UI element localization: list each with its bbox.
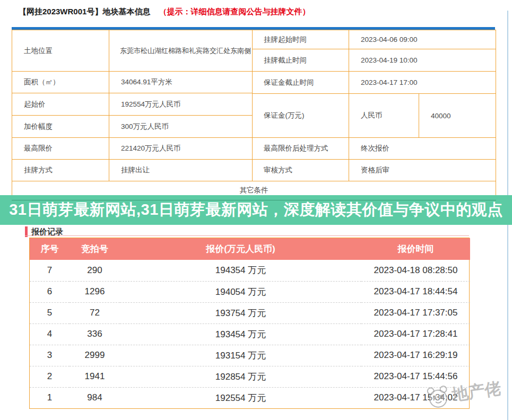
land-value-cell: 挂牌出让 bbox=[109, 160, 253, 181]
bid-row: 7 290 194354 万元 2023-04-18 08:28:50 bbox=[30, 260, 470, 281]
land-info-table-left: 土地位置 东莞市松山湖红棉路和礼宾路交汇处东南侧 面积（㎡） 34064.91平… bbox=[12, 30, 252, 181]
parcel-title: 【网挂2023WR001号】地块基本信息 bbox=[19, 7, 150, 16]
land-info-table-right: 挂牌起始时间 2023-04-06 09:00 挂牌截止时间 2023-04-1… bbox=[252, 30, 496, 181]
bid-time: 2023-04-17 17:37:05 bbox=[361, 302, 470, 323]
bid-price: 194354 万元 bbox=[120, 260, 361, 281]
land-value-cell: 2023-04-19 10:00 bbox=[349, 49, 496, 72]
land-value-cell: 192554万元人民币 bbox=[109, 93, 253, 116]
land-label-cell: 保证金(万元) bbox=[252, 94, 349, 138]
bid-bidder: 336 bbox=[70, 323, 120, 345]
land-label-cell: 加价幅度 bbox=[12, 116, 109, 138]
land-value-cell: 东莞市松山湖红棉路和礼宾路交汇处东南侧 bbox=[109, 30, 253, 72]
bid-price: 193454 万元 bbox=[120, 323, 361, 345]
land-label-cell: 最高限价 bbox=[12, 138, 109, 160]
bid-seq: 4 bbox=[30, 323, 70, 345]
bid-seq: 5 bbox=[30, 302, 70, 323]
bid-time: 2023-04-18 08:28:50 bbox=[361, 260, 470, 281]
land-label-cell: 挂牌起始时间 bbox=[252, 30, 349, 49]
land-label-cell: 挂牌截止时间 bbox=[252, 49, 349, 72]
col-header-price: 报价(万元人民币) bbox=[120, 238, 361, 260]
bid-bidder: 290 bbox=[70, 260, 120, 281]
land-value-cell: 34064.91平方米 bbox=[109, 72, 253, 93]
bid-seq: 7 bbox=[30, 260, 70, 281]
land-value-cell: 2023-04-06 09:00 bbox=[349, 30, 496, 49]
bid-seq: 6 bbox=[30, 281, 70, 302]
land-value-cell: 2023-04-17 17:00 bbox=[349, 72, 496, 94]
land-label-cell: 最高限价后处理方式 bbox=[252, 138, 349, 160]
bid-bidder: 72 bbox=[70, 302, 120, 323]
bid-seq: 3 bbox=[30, 345, 70, 366]
bid-bidder: 984 bbox=[70, 387, 120, 408]
land-value-cell: 资格后审 bbox=[349, 160, 496, 181]
deposit-currency-cell: 人民币 bbox=[349, 94, 419, 138]
bid-row: 1 984 192554 万元 2023-04-17 15:34:02 bbox=[30, 387, 470, 408]
bid-time: 2023-04-17 17:28:41 bbox=[361, 323, 470, 345]
bid-section-underline bbox=[25, 235, 469, 236]
bid-price: 194054 万元 bbox=[120, 281, 361, 302]
col-header-bidder: 竞拍号 bbox=[70, 238, 120, 260]
bid-row: 2 1941 192854 万元 2023-04-17 15:44:56 bbox=[30, 366, 470, 387]
notice-hint: （提示：详细信息请查阅公告与挂牌文件） bbox=[159, 7, 310, 16]
bid-price: 193154 万元 bbox=[120, 345, 361, 366]
bid-time: 2023-04-17 16:29:19 bbox=[361, 345, 470, 366]
promo-banner: 31日萌芽最新网站,31日萌芽最新网站，深度解读其价值与争议中的观点 bbox=[0, 195, 512, 225]
land-value-cell: 221420万元人民币 bbox=[109, 138, 253, 160]
land-label-cell: 挂牌方式 bbox=[12, 160, 109, 181]
land-auction-page: 【网挂2023WR001号】地块基本信息（提示：详细信息请查阅公告与挂牌文件） … bbox=[0, 0, 512, 420]
land-label-cell: 保证金截止时间 bbox=[252, 72, 349, 94]
bid-price: 192554 万元 bbox=[120, 387, 361, 408]
col-header-seq: 序号 bbox=[30, 238, 70, 260]
bid-bidder: 1941 bbox=[70, 366, 120, 387]
bid-seq: 2 bbox=[30, 366, 70, 387]
bid-row: 3 2999 193154 万元 2023-04-17 16:29:19 bbox=[30, 345, 470, 366]
deposit-amount-cell: 40000 bbox=[419, 94, 496, 138]
land-value-cell: 300万元人民币 bbox=[109, 116, 253, 138]
bid-price: 192854 万元 bbox=[120, 366, 361, 387]
bid-record-table: 序号 竞拍号 报价(万元人民币) 报价时间 7 290 194354 万元 20… bbox=[29, 238, 470, 409]
bid-time: 2023-04-17 15:44:56 bbox=[361, 366, 470, 387]
bid-row: 6 1296 194054 万元 2023-04-17 18:44:54 bbox=[30, 281, 470, 302]
bid-price: 193754 万元 bbox=[120, 302, 361, 323]
land-label-cell: 起始价 bbox=[12, 93, 109, 116]
land-value-cell: 终次报价 bbox=[349, 138, 496, 160]
bid-header-row: 序号 竞拍号 报价(万元人民币) 报价时间 bbox=[30, 238, 470, 260]
bid-bidder: 1296 bbox=[70, 281, 120, 302]
land-label-cell: 面积（㎡） bbox=[12, 72, 109, 93]
bid-row: 5 72 193754 万元 2023-04-17 17:37:05 bbox=[30, 302, 470, 323]
land-label-cell: 土地位置 bbox=[12, 30, 109, 72]
bid-row: 4 336 193454 万元 2023-04-17 17:28:41 bbox=[30, 323, 470, 345]
banner-divider-line bbox=[12, 200, 496, 200]
bid-seq: 1 bbox=[30, 387, 70, 408]
promo-banner-text: 31日萌芽最新网站,31日萌芽最新网站，深度解读其价值与争议中的观点 bbox=[9, 199, 503, 221]
bid-bidder: 2999 bbox=[70, 345, 120, 366]
page-title: 【网挂2023WR001号】地块基本信息（提示：详细信息请查阅公告与挂牌文件） bbox=[19, 7, 310, 17]
col-header-time: 报价时间 bbox=[361, 238, 470, 260]
bid-time: 2023-04-17 18:44:54 bbox=[361, 281, 470, 302]
land-label-cell: 审核方式 bbox=[252, 160, 349, 181]
bid-time: 2023-04-17 15:34:02 bbox=[361, 387, 470, 408]
